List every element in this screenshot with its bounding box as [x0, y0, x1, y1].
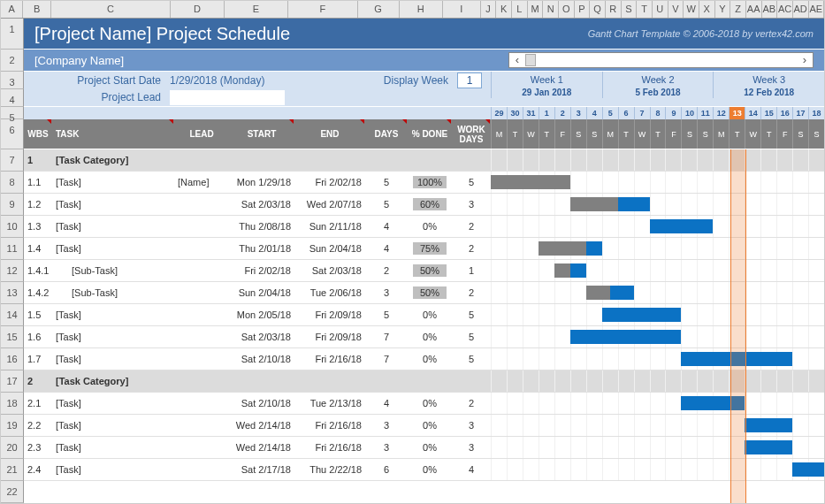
gantt-bar[interactable] [539, 241, 602, 256]
task-row[interactable]: 1.7[Task]Sat 2/10/18Fri 2/16/1870%5 [24, 348, 824, 370]
category-row[interactable]: 2[Task Category] [24, 370, 824, 393]
row-header-7[interactable]: 7 [1, 149, 24, 172]
row-header-13[interactable]: 13 [1, 282, 24, 304]
col-header-E[interactable]: E [225, 1, 288, 18]
percent-done[interactable]: 0% [413, 397, 447, 409]
row-header-1[interactable]: 1 [1, 19, 24, 50]
col-header-M[interactable]: M [528, 1, 544, 18]
gantt-bar[interactable] [491, 175, 570, 189]
col-header-AD[interactable]: AD [793, 1, 809, 18]
col-header-P[interactable]: P [575, 1, 591, 18]
scrollbar-horizontal[interactable]: ‹ › [508, 52, 814, 68]
row-header-18[interactable]: 18 [1, 393, 24, 415]
task-row[interactable]: 1.1[Task][Name]Mon 1/29/18Fri 2/02/18510… [24, 172, 824, 194]
col-header-D[interactable]: D [171, 1, 225, 18]
row-header-2[interactable]: 2 [1, 50, 24, 72]
col-header-Q[interactable]: Q [590, 1, 606, 18]
start-date-value[interactable]: 1/29/2018 (Monday) [170, 74, 264, 87]
gantt-bar[interactable] [681, 352, 792, 366]
percent-done[interactable]: 0% [413, 331, 447, 343]
task-row[interactable]: 2.3[Task]Wed 2/14/18Fri 2/16/1830%3 [24, 437, 824, 459]
col-header-A[interactable]: A [1, 1, 23, 18]
percent-done[interactable]: 100% [413, 176, 447, 188]
header-done[interactable]: % DONE [408, 119, 452, 149]
lead-input[interactable] [170, 90, 285, 105]
gantt-bar[interactable] [681, 396, 745, 410]
row-header-6[interactable]: 6 [1, 119, 24, 149]
col-header-F[interactable]: F [288, 1, 357, 18]
percent-done[interactable]: 50% [413, 264, 447, 277]
col-header-I[interactable]: I [443, 1, 481, 18]
col-header-T[interactable]: T [637, 1, 653, 18]
row-header-3[interactable]: 3 [1, 72, 24, 89]
percent-done[interactable]: 0% [413, 419, 447, 431]
col-header-Y[interactable]: Y [715, 1, 731, 18]
col-header-AE[interactable]: AE [809, 1, 825, 18]
row-header-5[interactable]: 5 [1, 107, 24, 119]
col-header-Z[interactable]: Z [730, 1, 746, 18]
col-header-O[interactable]: O [559, 1, 575, 18]
header-task[interactable]: TASK [52, 119, 174, 149]
task-row[interactable]: 2.2[Task]Wed 2/14/18Fri 2/16/1830%3 [24, 415, 824, 437]
display-week-input[interactable]: 1 [457, 73, 482, 88]
col-header-AB[interactable]: AB [762, 1, 778, 18]
scroll-thumb[interactable] [525, 54, 536, 66]
scroll-left-icon[interactable]: ‹ [509, 53, 525, 67]
task-row[interactable]: 1.3[Task]Thu 2/08/18Sun 2/11/1840%2 [24, 216, 824, 238]
col-header-U[interactable]: U [653, 1, 668, 18]
row-header-11[interactable]: 11 [1, 238, 24, 260]
percent-done[interactable]: 0% [413, 441, 447, 454]
row-header-16[interactable]: 16 [1, 348, 24, 370]
col-header-AA[interactable]: AA [746, 1, 762, 18]
header-days[interactable]: DAYS [365, 119, 408, 149]
row-header-22[interactable]: 22 [1, 481, 24, 503]
project-title[interactable]: [Project Name] Project Schedule [34, 24, 290, 44]
task-row[interactable]: 1.4[Task]Thu 2/01/18Sun 2/04/18475%2 [24, 238, 824, 260]
task-row[interactable]: 1.4.2[Sub-Task]Sun 2/04/18Tue 2/06/18350… [24, 282, 824, 304]
col-header-C[interactable]: C [51, 1, 171, 18]
header-end[interactable]: END [294, 119, 365, 149]
company-name[interactable]: [Company Name] [34, 54, 124, 67]
row-header-14[interactable]: 14 [1, 304, 24, 326]
header-wbs[interactable]: WBS [24, 119, 52, 149]
percent-done[interactable]: 0% [413, 463, 447, 476]
task-row[interactable]: 1.5[Task]Mon 2/05/18Fri 2/09/1850%5 [24, 304, 824, 326]
gantt-bar[interactable] [602, 308, 682, 322]
category-row[interactable]: 1[Task Category] [24, 149, 824, 172]
row-header-15[interactable]: 15 [1, 326, 24, 348]
task-row[interactable]: 2.1[Task]Sat 2/10/18Tue 2/13/1840%2 [24, 393, 824, 415]
col-header-AC[interactable]: AC [777, 1, 793, 18]
task-row[interactable]: 1.6[Task]Sat 2/03/18Fri 2/09/1870%5 [24, 326, 824, 348]
row-header-9[interactable]: 9 [1, 194, 24, 216]
col-header-R[interactable]: R [606, 1, 622, 18]
col-header-X[interactable]: X [699, 1, 715, 18]
gantt-bar[interactable] [650, 219, 714, 233]
col-header-K[interactable]: K [496, 1, 512, 18]
col-header-S[interactable]: S [622, 1, 638, 18]
percent-done[interactable]: 50% [413, 286, 447, 299]
gantt-bar[interactable] [570, 330, 682, 344]
col-header-W[interactable]: W [684, 1, 699, 18]
percent-done[interactable]: 0% [413, 309, 447, 321]
col-header-L[interactable]: L [512, 1, 528, 18]
header-lead[interactable]: LEAD [174, 119, 229, 149]
col-header-G[interactable]: G [358, 1, 400, 18]
col-header-B[interactable]: B [23, 1, 50, 18]
row-header-21[interactable]: 21 [1, 459, 24, 481]
gantt-bar[interactable] [745, 440, 792, 454]
task-row[interactable]: 1.2[Task]Sat 2/03/18Wed 2/07/18560%3 [24, 194, 824, 216]
gantt-bar[interactable] [554, 263, 586, 278]
col-header-J[interactable]: J [481, 1, 497, 18]
gantt-bar[interactable] [745, 418, 792, 432]
scroll-right-icon[interactable]: › [797, 53, 813, 67]
col-header-V[interactable]: V [668, 1, 684, 18]
row-header-8[interactable]: 8 [1, 172, 24, 194]
percent-done[interactable]: 75% [413, 242, 447, 255]
header-work[interactable]: WORK DAYS [452, 119, 491, 149]
header-start[interactable]: START [229, 119, 294, 149]
row-header-10[interactable]: 10 [1, 216, 24, 238]
gantt-bar[interactable] [570, 197, 650, 211]
task-row[interactable]: 2.4[Task]Sat 2/17/18Thu 2/22/1860%4 [24, 459, 824, 481]
row-header-17[interactable]: 17 [1, 370, 24, 393]
col-header-N[interactable]: N [543, 1, 559, 18]
